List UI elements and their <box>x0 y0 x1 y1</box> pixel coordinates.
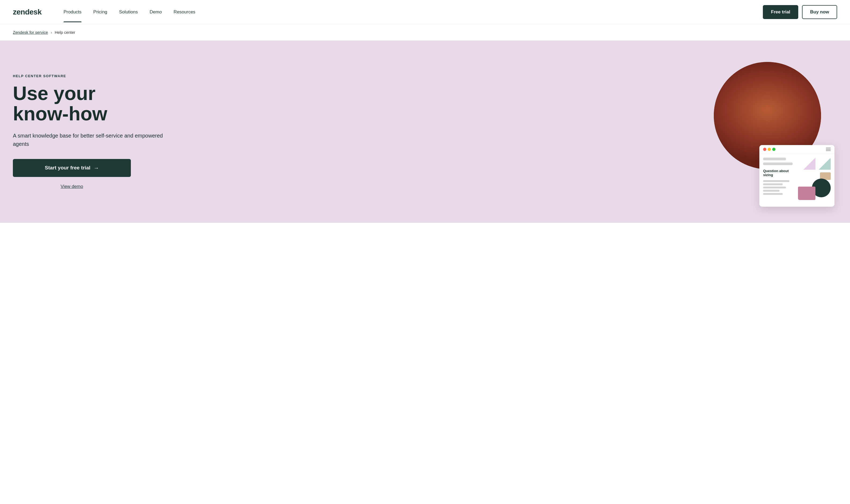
hero-section: HELP CENTER SOFTWARE Use your know-how A… <box>0 40 850 223</box>
hero-image-area: Question about sizing <box>163 57 837 207</box>
nav-links: Products Pricing Solutions Demo Resource… <box>58 2 763 22</box>
nav-link-demo[interactable]: Demo <box>144 2 167 22</box>
dot-yellow <box>768 148 771 151</box>
shape-rect-mauve <box>798 186 815 200</box>
hamburger-icon[interactable] <box>826 148 831 151</box>
ui-card-header <box>759 145 834 154</box>
hero-subtitle: A smart knowledge base for better self-s… <box>13 132 163 148</box>
ui-card-placeholder-bar-2 <box>763 162 793 165</box>
free-trial-button[interactable]: Free trial <box>763 5 798 19</box>
ui-card-overlay: Question about sizing <box>759 145 834 207</box>
hero-eyebrow: HELP CENTER SOFTWARE <box>13 74 163 78</box>
ui-line-3 <box>763 186 786 188</box>
cta-label: Start your free trial <box>45 165 90 171</box>
ui-card-question-label: Question about sizing <box>763 169 796 177</box>
nav-actions: Free trial Buy now <box>763 5 837 19</box>
ui-line-2 <box>763 183 783 185</box>
ui-card-left-panel: Question about sizing <box>763 158 796 200</box>
shape-triangle-teal <box>819 158 831 170</box>
ui-card-text-lines <box>763 180 796 195</box>
dot-green <box>772 148 775 151</box>
ui-card-body: Question about sizing <box>759 154 834 204</box>
brand-logo[interactable]: zendesk <box>13 8 41 16</box>
breadcrumb-separator: › <box>51 30 52 35</box>
hero-title-line2: know-how <box>13 103 107 124</box>
cta-button[interactable]: Start your free trial → <box>13 159 131 177</box>
nav-link-pricing[interactable]: Pricing <box>87 2 113 22</box>
window-dots <box>763 148 775 151</box>
ui-line-5 <box>763 193 783 195</box>
breadcrumb: Zendesk for service › Help center <box>0 24 850 40</box>
hero-title-line1: Use your <box>13 83 95 104</box>
hero-title: Use your know-how <box>13 83 163 124</box>
cta-arrow-icon: → <box>94 165 99 171</box>
ui-line-1 <box>763 180 790 182</box>
nav-link-solutions[interactable]: Solutions <box>113 2 144 22</box>
hero-content: HELP CENTER SOFTWARE Use your know-how A… <box>13 74 163 189</box>
ui-line-4 <box>763 190 779 192</box>
buy-now-button[interactable]: Buy now <box>802 5 837 19</box>
ui-card-placeholder-bar-1 <box>763 158 786 160</box>
breadcrumb-parent-link[interactable]: Zendesk for service <box>13 30 48 35</box>
ui-card-shapes-panel <box>798 158 831 200</box>
breadcrumb-current: Help center <box>55 30 75 35</box>
nav-link-resources[interactable]: Resources <box>167 2 201 22</box>
nav-link-products[interactable]: Products <box>58 2 87 22</box>
view-demo-link[interactable]: View demo <box>13 184 131 189</box>
shape-triangle-mauve <box>803 158 815 170</box>
dot-red <box>763 148 766 151</box>
navigation: zendesk Products Pricing Solutions Demo … <box>0 0 850 24</box>
